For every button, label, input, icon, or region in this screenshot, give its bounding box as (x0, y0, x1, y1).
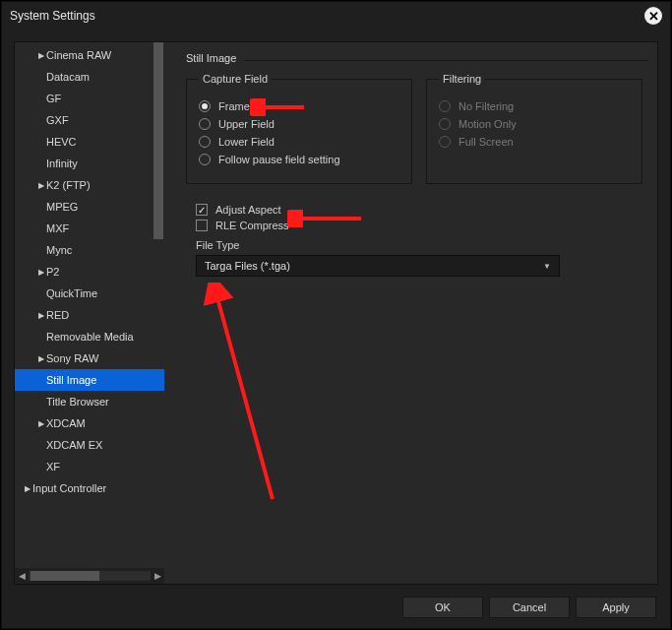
radio-icon (199, 136, 211, 148)
tree-item[interactable]: ▶Input Controller (15, 477, 164, 499)
tree-item[interactable]: ▶Sony RAW (15, 347, 164, 369)
tree-item-label: MPEG (46, 201, 78, 213)
tree-item[interactable]: ▶RED (15, 304, 164, 326)
tree-item-label: XF (46, 461, 60, 472)
radio-label: No Filtering (458, 100, 514, 112)
checkbox-label: RLE Compress (215, 220, 289, 231)
tree-item-label: K2 (FTP) (46, 179, 91, 191)
tree-item-label: Title Browser (46, 396, 109, 408)
tree-item-label: Sony RAW (46, 352, 98, 364)
rle-compress-checkbox[interactable]: RLE Compress (196, 220, 647, 231)
tree-item[interactable]: Mync (15, 239, 164, 261)
tree-item-label: Infinity (46, 158, 78, 169)
radio-icon (439, 118, 451, 130)
tree-item[interactable]: XF (15, 456, 164, 477)
tree-item-label: XDCAM EX (46, 439, 102, 451)
tree-item-label: XDCAM (46, 417, 86, 429)
tree-item[interactable]: Infinity (15, 153, 164, 174)
caret-icon: ▶ (36, 181, 46, 190)
tree-item-label: Cinema RAW (46, 49, 111, 61)
tree-item[interactable]: Title Browser (15, 391, 164, 412)
tree-item-label: GXF (46, 114, 69, 126)
settings-tree[interactable]: ▶Cinema RAWDatacamGFGXFHEVCInfinity▶K2 (… (15, 42, 164, 568)
radio-lower-field[interactable]: Lower Field (199, 136, 399, 148)
capture-field-legend: Capture Field (199, 73, 272, 85)
dialog-body: ▶Cinema RAWDatacamGFGXFHEVCInfinity▶K2 (… (14, 41, 658, 585)
caret-icon: ▶ (36, 354, 46, 363)
ok-button[interactable]: OK (402, 597, 483, 618)
tree-item-label: Still Image (46, 374, 96, 386)
adjust-aspect-checkbox[interactable]: ✓ Adjust Aspect (196, 204, 647, 216)
tree-item[interactable]: MPEG (15, 196, 164, 218)
settings-window: System Settings ✕ ▶Cinema RAWDatacamGFGX… (1, 1, 671, 629)
tree-item[interactable]: MXF (15, 218, 164, 239)
vertical-scrollbar[interactable] (152, 42, 164, 239)
tree-item[interactable]: ▶P2 (15, 261, 164, 283)
scrollbar-thumb[interactable] (153, 42, 163, 239)
caret-icon: ▶ (36, 419, 46, 428)
file-type-select[interactable]: Targa Files (*.tga) ▼ (196, 255, 560, 277)
radio-upper-field[interactable]: Upper Field (199, 118, 399, 130)
radio-frame[interactable]: Frame (199, 100, 399, 112)
tree-item-label: P2 (46, 266, 59, 278)
checkbox-icon (196, 220, 208, 231)
tree-item[interactable]: GXF (15, 109, 164, 131)
window-title: System Settings (10, 9, 95, 23)
tree-item[interactable]: ▶K2 (FTP) (15, 174, 164, 196)
tree-item[interactable]: Datacam (15, 66, 164, 88)
radio-label: Follow pause field setting (218, 154, 340, 165)
button-label: OK (435, 601, 451, 613)
button-label: Cancel (513, 601, 546, 613)
scroll-right-icon[interactable]: ▶ (151, 569, 164, 583)
tree-item-label: RED (46, 309, 69, 321)
apply-button[interactable]: Apply (576, 597, 656, 618)
radio-icon (199, 118, 211, 130)
caret-icon: ▶ (23, 484, 32, 493)
tree-item-label: HEVC (46, 136, 77, 148)
tree-item[interactable]: HEVC (15, 131, 164, 153)
radio-icon (199, 154, 211, 165)
caret-icon: ▶ (36, 311, 46, 320)
radio-icon (439, 100, 451, 112)
tree-item-label: Input Controller (32, 482, 106, 494)
radio-full-screen: Full Screen (439, 136, 630, 148)
radio-label: Upper Field (218, 118, 275, 130)
radio-icon (439, 136, 451, 148)
settings-page: Still Image Capture Field Frame Upper Fi… (176, 42, 657, 584)
radio-no-filtering: No Filtering (439, 100, 630, 112)
radio-icon (199, 100, 211, 112)
close-button[interactable]: ✕ (644, 7, 662, 25)
button-label: Apply (602, 601, 630, 613)
tree-item[interactable]: GF (15, 88, 164, 109)
select-value: Targa Files (*.tga) (205, 260, 290, 272)
tree-item[interactable]: Removable Media (15, 326, 164, 347)
tree-item-label: GF (46, 93, 61, 104)
tree-item-label: Datacam (46, 71, 90, 83)
cancel-button[interactable]: Cancel (489, 597, 570, 618)
dialog-footer: OK Cancel Apply (402, 597, 656, 618)
filtering-legend: Filtering (439, 73, 485, 85)
radio-label: Full Screen (458, 136, 514, 148)
filtering-group: Filtering No Filtering Motion Only Full … (426, 73, 642, 184)
radio-label: Lower Field (218, 136, 275, 148)
radio-follow-pause[interactable]: Follow pause field setting (199, 154, 399, 165)
scrollbar-track[interactable] (29, 571, 151, 581)
tree-item[interactable]: QuickTime (15, 283, 164, 304)
tree-item[interactable]: ▶XDCAM (15, 412, 164, 434)
tree-item-label: Mync (46, 244, 72, 256)
radio-label: Frame (218, 100, 250, 112)
caret-icon: ▶ (36, 51, 46, 60)
radio-label: Motion Only (458, 118, 517, 130)
close-icon: ✕ (648, 9, 659, 24)
tree-item-label: QuickTime (46, 287, 97, 299)
radio-motion-only: Motion Only (439, 118, 630, 130)
scrollbar-thumb[interactable] (31, 571, 99, 581)
horizontal-scrollbar[interactable]: ◀ ▶ (15, 568, 164, 584)
tree-item-label: MXF (46, 222, 69, 234)
caret-icon: ▶ (36, 268, 46, 277)
capture-field-group: Capture Field Frame Upper Field Lower Fi… (186, 73, 412, 184)
tree-item[interactable]: XDCAM EX (15, 434, 164, 456)
scroll-left-icon[interactable]: ◀ (15, 569, 29, 583)
tree-item[interactable]: Still Image (15, 369, 164, 391)
tree-item[interactable]: ▶Cinema RAW (15, 44, 164, 66)
